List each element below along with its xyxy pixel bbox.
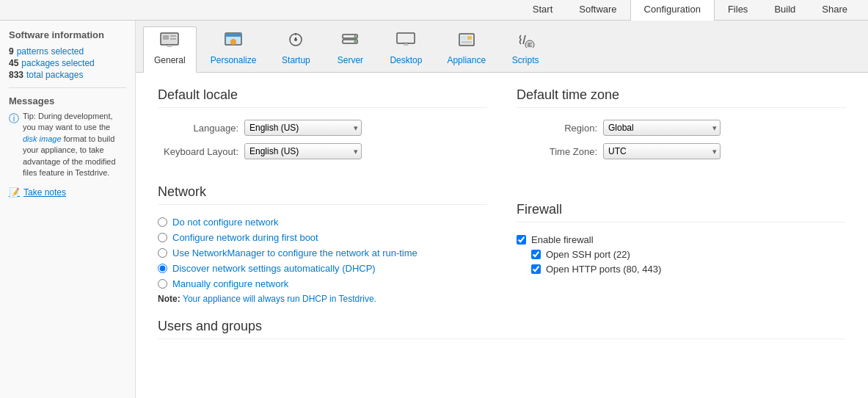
top-nav-item-start[interactable]: Start (519, 0, 566, 22)
timezone-select[interactable]: UTCUTC+1UTC-5UTC+8 (603, 143, 721, 159)
sidebar-stat: 833total packages (9, 70, 126, 80)
keyboard-select[interactable]: English (US)German (DE)French (FR) (244, 143, 362, 159)
svg-rect-15 (397, 33, 415, 43)
svg-rect-19 (462, 36, 466, 40)
sidebar: Software information 9patterns selected4… (0, 21, 136, 398)
top-nav-item-software[interactable]: Software (566, 0, 630, 22)
top-nav-item-build[interactable]: Build (761, 0, 809, 22)
main-layout: Software information 9patterns selected4… (0, 21, 868, 398)
tab-general[interactable]: General (143, 26, 197, 73)
top-nav-item-share[interactable]: Share (809, 0, 861, 22)
network-radio-firstboot[interactable] (158, 233, 167, 242)
tip-icon: ⓘ (9, 112, 19, 126)
network-option-manual: Manually configure network (158, 278, 487, 289)
content-body: Default locale Language: English (US)Ger… (136, 73, 868, 354)
sidebar-stat: 45packages selected (9, 58, 126, 68)
tab-label-desktop: Desktop (390, 55, 422, 65)
network-radio-manual[interactable] (158, 279, 167, 289)
firewall-checkbox-0[interactable] (531, 250, 541, 259)
take-notes-link[interactable]: 📝 Take notes (9, 187, 126, 198)
locale-timezone-row: Default locale Language: English (US)Ger… (158, 87, 846, 167)
tab-label-scripts: Scripts (512, 55, 539, 65)
firewall-checkbox-1[interactable] (531, 264, 541, 274)
enable-firewall-label[interactable]: Enable firewall (531, 234, 594, 245)
messages-title: Messages (9, 95, 126, 106)
tab-scripts[interactable]: Scripts (500, 26, 551, 72)
svg-rect-17 (404, 43, 408, 46)
firewall-rules: Open SSH port (22) Open HTTP ports (80, … (517, 249, 846, 275)
enable-firewall-checkbox[interactable] (517, 235, 526, 245)
region-row: Region: GlobalAmericaEuropeAsia (517, 120, 846, 136)
tab-startup[interactable]: Startup (270, 26, 321, 72)
region-select-wrapper[interactable]: GlobalAmericaEuropeAsia (603, 120, 721, 136)
network-label-manual[interactable]: Manually configure network (172, 278, 288, 289)
tab-label-server: Server (338, 55, 363, 65)
content-area: General Personalize Startup Server Deskt… (136, 21, 868, 398)
top-bar: StartSoftwareConfigurationFilesBuildShar… (0, 0, 868, 21)
network-firewall-row: Network Do not configure network Configu… (158, 184, 846, 304)
tab-desktop[interactable]: Desktop (379, 26, 433, 72)
svg-rect-20 (467, 36, 472, 40)
network-note: Note: Your appliance will always run DHC… (158, 294, 487, 304)
svg-point-13 (354, 35, 357, 37)
users-heading: Users and groups (158, 319, 846, 339)
scripts-icon (515, 32, 536, 52)
appliance-icon (456, 32, 477, 52)
tab-label-personalize: Personalize (211, 55, 257, 65)
svg-rect-3 (170, 38, 176, 40)
firewall-rule-label-1[interactable]: Open HTTP ports (80, 443) (546, 264, 661, 275)
network-option-dhcp: Discover network settings automatically … (158, 263, 487, 274)
tab-personalize[interactable]: Personalize (200, 26, 268, 72)
region-label: Region: (517, 123, 597, 134)
tab-label-appliance: Appliance (447, 55, 486, 65)
svg-rect-2 (170, 35, 176, 37)
network-option-networkmanager: Use NetworkManager to configure the netw… (158, 247, 487, 258)
tab-appliance[interactable]: Appliance (436, 26, 497, 72)
timezone-select-wrapper[interactable]: UTCUTC+1UTC-5UTC+8 (603, 143, 721, 159)
svg-rect-1 (163, 35, 169, 40)
top-nav-item-files[interactable]: Files (715, 0, 761, 22)
firewall-rule-0: Open SSH port (22) (531, 249, 846, 260)
desktop-icon (395, 32, 416, 52)
note-content: Your appliance will always run DHCP in T… (183, 294, 374, 304)
personalize-icon (223, 32, 244, 52)
network-section: Network Do not configure network Configu… (158, 184, 487, 304)
sidebar-title: Software information (9, 29, 126, 40)
network-options: Do not configure network Configure netwo… (158, 217, 487, 289)
network-radio-none[interactable] (158, 217, 167, 227)
firewall-section: Firewall Enable firewall Open SSH port (… (517, 202, 846, 304)
tab-server[interactable]: Server (324, 26, 376, 72)
note-prefix: Note: (158, 294, 183, 304)
timezone-title: Default time zone (517, 87, 846, 108)
firewall-rule-1: Open HTTP ports (80, 443) (531, 264, 846, 275)
take-notes-label: Take notes (23, 187, 66, 198)
keyboard-select-wrapper[interactable]: English (US)German (DE)French (FR) (244, 143, 362, 159)
startup-icon (285, 32, 306, 52)
locale-title: Default locale (158, 87, 487, 108)
network-radio-networkmanager[interactable] (158, 248, 167, 258)
top-nav-item-configuration[interactable]: Configuration (630, 0, 715, 23)
server-icon (340, 32, 360, 52)
network-option-firstboot: Configure network during first boot (158, 232, 487, 243)
network-label-dhcp[interactable]: Discover network settings automatically … (172, 263, 376, 274)
network-radio-dhcp[interactable] (158, 264, 167, 273)
keyboard-row: Keyboard Layout: English (US)German (DE)… (158, 143, 487, 159)
language-row: Language: English (US)German (DE)French … (158, 120, 487, 136)
region-select[interactable]: GlobalAmericaEuropeAsia (603, 120, 721, 136)
timezone-row: Time Zone: UTCUTC+1UTC-5UTC+8 (517, 143, 846, 159)
svg-point-10 (294, 38, 297, 41)
language-label: Language: (158, 123, 238, 134)
firewall-title: Firewall (517, 202, 846, 222)
enable-firewall-row: Enable firewall (517, 234, 846, 245)
svg-rect-5 (167, 45, 172, 47)
network-option-none: Do not configure network (158, 217, 487, 228)
network-label-networkmanager[interactable]: Use NetworkManager to configure the netw… (172, 247, 417, 258)
timezone-label: Time Zone: (517, 146, 597, 157)
tab-label-general: General (154, 55, 186, 65)
network-label-none[interactable]: Do not configure network (172, 217, 279, 228)
firewall-rule-label-0[interactable]: Open SSH port (22) (546, 249, 630, 260)
language-select-wrapper[interactable]: English (US)German (DE)French (FR)Spanis… (244, 120, 362, 136)
network-label-firstboot[interactable]: Configure network during first boot (172, 232, 318, 243)
language-select[interactable]: English (US)German (DE)French (FR)Spanis… (244, 120, 362, 136)
network-title: Network (158, 184, 487, 205)
